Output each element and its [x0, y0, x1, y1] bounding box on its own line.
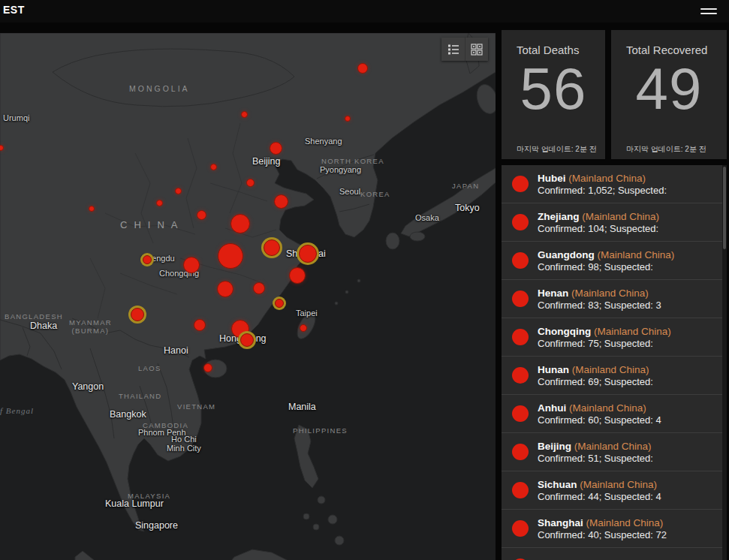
region-text: Henan (Mainland China)Confirmed: 83; Sus…: [538, 288, 661, 311]
map-case-marker[interactable]: [197, 210, 206, 220]
region-text: Hunan (Mainland China)Confirmed: 69; Sus…: [538, 364, 653, 387]
region-name: Chongqing: [538, 326, 591, 337]
region-details: Confirmed: 60; Suspected: 4: [538, 414, 661, 426]
total-deaths-title: Total Deaths: [502, 30, 605, 56]
map-case-marker[interactable]: [270, 142, 282, 155]
region-details: Confirmed: 69; Suspected:: [538, 376, 653, 387]
region-text: Anhui (Mainland China)Confirmed: 60; Sus…: [538, 402, 661, 426]
map-case-marker[interactable]: [175, 188, 182, 194]
list-item[interactable]: Guangdong (Mainland China)Confirmed: 98;…: [502, 242, 722, 280]
scrollbar-track[interactable]: [722, 165, 727, 560]
region-details: Confirmed: 83; Suspected: 3: [538, 300, 661, 311]
map-case-marker[interactable]: [299, 245, 317, 263]
region-text: Hubei (Mainland China)Confirmed: 1,052; …: [538, 173, 667, 196]
map-case-marker[interactable]: [203, 363, 212, 372]
list-item[interactable]: Sichuan (Mainland China)Confirmed: 44; S…: [502, 471, 722, 510]
map-case-marker[interactable]: [253, 282, 265, 294]
list-item[interactable]: Hunan (Mainland China)Confirmed: 69; Sus…: [502, 357, 722, 395]
map-case-marker[interactable]: [156, 200, 163, 206]
region-details: Confirmed: 75; Suspected:: [538, 338, 671, 349]
map-case-marker[interactable]: [89, 206, 95, 212]
region-name: Beijing: [538, 441, 571, 452]
total-recovered-panel: Total Recovered 49 마지막 업데이트: 2분 전: [611, 30, 727, 159]
legend-button[interactable]: [441, 38, 465, 61]
region-name: Anhui: [538, 402, 566, 414]
list-item[interactable]: Zhejiang (Mainland China)Confirmed: 104;…: [502, 203, 722, 242]
map[interactable]: MONGOLIAUrumqiShenyangBeijingNORTH KOREA…: [0, 33, 496, 560]
region-dot-icon: [512, 444, 529, 460]
region-name: Hunan: [538, 364, 569, 375]
map-case-marker[interactable]: [345, 116, 351, 122]
region-country: (Mainland China): [572, 364, 649, 375]
map-case-marker[interactable]: [183, 257, 200, 273]
hamburger-menu-icon[interactable]: [700, 5, 717, 17]
map-case-marker[interactable]: [275, 299, 284, 308]
total-deaths-value: 56: [502, 59, 605, 119]
region-country: (Mainland China): [568, 173, 646, 184]
basemap-button[interactable]: [465, 38, 488, 61]
region-name: Henan: [538, 288, 568, 299]
map-case-marker[interactable]: [264, 239, 280, 256]
map-case-marker[interactable]: [217, 281, 233, 297]
list-item[interactable]: Henan (Mainland China)Confirmed: 83; Sus…: [502, 280, 722, 318]
region-country: (Mainland China): [598, 249, 675, 260]
total-deaths-panel: Total Deaths 56 마지막 업데이트: 2분 전: [502, 30, 605, 159]
map-case-marker[interactable]: [230, 214, 250, 233]
region-list: Hubei (Mainland China)Confirmed: 1,052; …: [502, 165, 722, 560]
map-case-marker[interactable]: [274, 194, 288, 209]
map-case-marker[interactable]: [0, 145, 4, 151]
region-country: (Mainland China): [580, 479, 657, 490]
app: EST: [0, 0, 729, 560]
region-details: Confirmed: 44; Suspected: 4: [538, 491, 661, 502]
region-name: Sichuan: [538, 479, 577, 490]
list-item[interactable]: Chongqing (Mainland China)Confirmed: 75;…: [502, 318, 722, 357]
map-case-marker[interactable]: [241, 111, 248, 118]
region-details: Confirmed: 51; Suspected:: [538, 453, 653, 464]
total-recovered-updated: 마지막 업데이트: 2분 전: [626, 144, 722, 155]
map-markers: [0, 33, 496, 560]
map-case-marker[interactable]: [131, 308, 144, 321]
map-case-marker[interactable]: [143, 255, 152, 264]
map-case-marker[interactable]: [210, 164, 217, 170]
map-case-marker[interactable]: [240, 333, 254, 347]
region-text: Sichuan (Mainland China)Confirmed: 44; S…: [538, 479, 661, 502]
map-case-marker[interactable]: [357, 63, 368, 74]
map-case-marker[interactable]: [300, 324, 307, 332]
list-item[interactable]: Shanghai (Mainland China)Confirmed: 40; …: [502, 510, 722, 548]
list-item[interactable]: Anhui (Mainland China)Confirmed: 60; Sus…: [502, 395, 722, 433]
map-case-marker[interactable]: [194, 319, 206, 331]
region-country: (Mainland China): [586, 517, 664, 528]
total-recovered-value: 49: [611, 59, 727, 119]
region-name: Zhejiang: [538, 211, 580, 222]
region-text: Shanghai (Mainland China)Confirmed: 40; …: [538, 517, 667, 540]
map-case-marker[interactable]: [246, 179, 255, 187]
region-name: Shanghai: [538, 517, 583, 528]
region-name: Guangdong: [538, 249, 595, 260]
region-country: (Mainland China): [594, 326, 671, 337]
region-country: (Mainland China): [574, 441, 652, 452]
app-title: EST: [3, 4, 25, 16]
region-dot-icon: [512, 482, 529, 498]
region-dot-icon: [512, 291, 529, 307]
list-item[interactable]: Hubei (Mainland China)Confirmed: 1,052; …: [502, 165, 722, 203]
list-item[interactable]: Shandong (Mainland China): [502, 548, 722, 560]
region-country: (Mainland China): [571, 288, 649, 299]
region-name: Hubei: [538, 173, 566, 184]
region-details: Confirmed: 1,052; Suspected:: [538, 185, 667, 196]
map-case-marker[interactable]: [289, 267, 306, 284]
region-country: (Mainland China): [582, 211, 659, 222]
region-dot-icon: [512, 520, 529, 537]
scrollbar-thumb[interactable]: [723, 167, 726, 249]
basemap-grid-icon: [471, 44, 483, 56]
region-dot-icon: [512, 214, 529, 230]
region-country: (Mainland China): [569, 402, 646, 414]
region-list-panel: Hubei (Mainland China)Confirmed: 1,052; …: [502, 165, 727, 560]
legend-list-icon: [447, 44, 459, 56]
region-text: Beijing (Mainland China)Confirmed: 51; S…: [538, 441, 653, 464]
map-case-marker[interactable]: [218, 243, 243, 269]
region-details: Confirmed: 98; Suspected:: [538, 261, 674, 272]
list-item[interactable]: Beijing (Mainland China)Confirmed: 51; S…: [502, 433, 722, 471]
total-recovered-title: Total Recovered: [611, 30, 727, 56]
region-details: Confirmed: 104; Suspected:: [538, 223, 659, 234]
map-controls: [441, 38, 488, 61]
